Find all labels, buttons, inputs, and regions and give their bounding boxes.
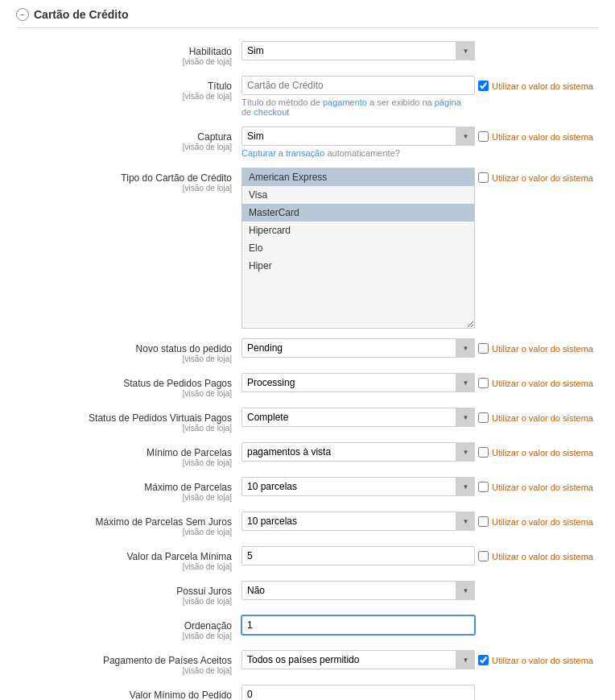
select-wrapper-minimo-parcelas: pagamentos à vista 2 parcelas 3 parcelas — [241, 442, 475, 462]
checkbox-col-habilitado — [470, 41, 599, 46]
row-pagamento-paises: Pagamento de Países Aceitos [visão de lo… — [16, 650, 599, 675]
text-input-valor-parcela-minima[interactable] — [241, 546, 475, 565]
label-tipo-cartao: Tipo do Cartão de Crédito [visão de loja… — [16, 168, 241, 193]
multiselect-tipo-cartao[interactable]: American Express Visa MasterCard Hiperca… — [241, 168, 475, 329]
select-wrapper-status-pagos: Pending Processing Complete Cancelled — [241, 373, 475, 392]
checkbox-pagamento-paises[interactable] — [478, 655, 489, 665]
list-item[interactable]: Hipercard — [242, 222, 474, 239]
row-tipo-cartao: Tipo do Cartão de Crédito [visão de loja… — [16, 168, 599, 329]
label-valor-parcela-minima: Valor da Parcela Mínima [visão de loja] — [16, 546, 241, 571]
use-system-valor-parcela-minima[interactable]: Utilizar o valor do sistema — [478, 551, 593, 561]
use-system-maximo-parcelas[interactable]: Utilizar o valor do sistema — [478, 482, 593, 492]
checkbox-status-pagos[interactable] — [478, 378, 489, 388]
use-system-status-pagos[interactable]: Utilizar o valor do sistema — [478, 378, 593, 388]
checkbox-col-captura: Utilizar o valor do sistema — [470, 126, 599, 142]
checkbox-maximo-sem-juros[interactable] — [478, 516, 489, 527]
select-pagamento-paises[interactable]: Todos os países permitido — [241, 650, 475, 669]
select-status-pagos[interactable]: Pending Processing Complete Cancelled — [241, 373, 475, 392]
hint-captura: Capturar a transação automaticamente? — [241, 148, 470, 158]
checkbox-col-status-pagos: Utilizar o valor do sistema — [470, 373, 599, 388]
input-valor-parcela-minima — [241, 546, 470, 565]
use-system-maximo-sem-juros[interactable]: Utilizar o valor do sistema — [478, 516, 593, 527]
list-item[interactable]: Elo — [242, 239, 474, 257]
use-system-titulo[interactable]: Utilizar o valor do sistema — [478, 81, 593, 91]
select-possui-juros[interactable]: Sim Não — [241, 581, 475, 600]
use-system-tipo-cartao[interactable]: Utilizar o valor do sistema — [478, 172, 593, 183]
checkbox-col-valor-minimo — [470, 685, 599, 690]
checkbox-minimo-parcelas[interactable] — [478, 447, 489, 458]
use-system-pagamento-paises[interactable]: Utilizar o valor do sistema — [478, 655, 593, 665]
input-status-pagos: Pending Processing Complete Cancelled — [241, 373, 470, 392]
select-maximo-parcelas[interactable]: 1 parcela 2 parcelas 3 parcelas 10 parce… — [241, 477, 475, 496]
text-input-titulo[interactable] — [241, 76, 475, 95]
select-status-virtuais[interactable]: Pending Processing Complete Cancelled — [241, 408, 475, 427]
label-habilitado: Habilitado [visão de loja] — [16, 41, 241, 66]
row-valor-parcela-minima: Valor da Parcela Mínima [visão de loja] … — [16, 546, 599, 571]
label-maximo-parcelas: Máximo de Parcelas [visão de loja] — [16, 477, 241, 502]
label-status-virtuais: Status de Pedidos Virtuais Pagos [visão … — [16, 408, 241, 433]
label-minimo-parcelas: Mínimo de Parcelas [visão de loja] — [16, 442, 241, 467]
row-valor-minimo: Valor Mínimo do Pedido [visão de loja] S… — [16, 685, 599, 700]
checkbox-col-ordenacao — [470, 615, 599, 620]
input-habilitado: Sim Não — [241, 41, 470, 60]
row-habilitado: Habilitado [visão de loja] Sim Não — [16, 41, 599, 66]
select-wrapper-habilitado: Sim Não — [241, 41, 475, 60]
label-status-pagos: Status de Pedidos Pagos [visão de loja] — [16, 373, 241, 398]
checkbox-status-virtuais[interactable] — [478, 412, 489, 423]
input-status-virtuais: Pending Processing Complete Cancelled — [241, 408, 470, 427]
select-novo-status[interactable]: Pending Processing Complete Cancelled — [241, 338, 475, 358]
checkbox-col-possui-juros — [470, 581, 599, 586]
label-ordenacao: Ordenação [visão de loja] — [16, 615, 241, 640]
row-minimo-parcelas: Mínimo de Parcelas [visão de loja] pagam… — [16, 442, 599, 467]
checkbox-tipo-cartao[interactable] — [478, 172, 489, 183]
section-header: − Cartão de Crédito — [16, 8, 599, 28]
input-tipo-cartao: American Express Visa MasterCard Hiperca… — [241, 168, 470, 329]
label-pagamento-paises: Pagamento de Países Aceitos [visão de lo… — [16, 650, 241, 675]
select-wrapper-possui-juros: Sim Não — [241, 581, 475, 600]
label-novo-status: Novo status do pedido [visão de loja] — [16, 338, 241, 363]
checkbox-maximo-parcelas[interactable] — [478, 482, 489, 492]
row-status-pagos: Status de Pedidos Pagos [visão de loja] … — [16, 373, 599, 398]
row-titulo: Título [visão de loja] Título do método … — [16, 76, 599, 117]
text-input-valor-minimo[interactable] — [241, 685, 475, 700]
use-system-captura[interactable]: Utilizar o valor do sistema — [478, 131, 593, 142]
checkbox-col-maximo-parcelas: Utilizar o valor do sistema — [470, 477, 599, 492]
row-captura: Captura [visão de loja] Sim Não Capturar… — [16, 126, 599, 158]
collapse-icon[interactable]: − — [16, 8, 29, 21]
label-possui-juros: Possui Juros [visão de loja] — [16, 581, 241, 606]
list-item[interactable]: MasterCard — [242, 204, 474, 222]
text-input-ordenacao[interactable] — [241, 615, 475, 635]
checkbox-titulo[interactable] — [478, 81, 489, 91]
checkbox-col-minimo-parcelas: Utilizar o valor do sistema — [470, 442, 599, 458]
use-system-status-virtuais[interactable]: Utilizar o valor do sistema — [478, 412, 593, 423]
select-wrapper-novo-status: Pending Processing Complete Cancelled — [241, 338, 475, 358]
page-container: − Cartão de Crédito Habilitado [visão de… — [0, 0, 615, 700]
select-wrapper-maximo-parcelas: 1 parcela 2 parcelas 3 parcelas 10 parce… — [241, 477, 475, 496]
hint-titulo: Título do método de pagamento a ser exib… — [241, 97, 470, 117]
select-minimo-parcelas[interactable]: pagamentos à vista 2 parcelas 3 parcelas — [241, 442, 475, 462]
select-habilitado[interactable]: Sim Não — [241, 41, 475, 60]
section-title: Cartão de Crédito — [34, 8, 128, 21]
label-maximo-sem-juros: Máximo de Parcelas Sem Juros [visão de l… — [16, 512, 241, 536]
input-titulo: Título do método de pagamento a ser exib… — [241, 76, 470, 117]
select-wrapper-status-virtuais: Pending Processing Complete Cancelled — [241, 408, 475, 427]
list-item[interactable]: Visa — [242, 186, 474, 204]
checkbox-novo-status[interactable] — [478, 343, 489, 354]
select-maximo-sem-juros[interactable]: 1 parcela 2 parcelas 10 parcelas — [241, 512, 475, 531]
select-captura[interactable]: Sim Não — [241, 126, 475, 146]
label-titulo: Título [visão de loja] — [16, 76, 241, 101]
select-wrapper-maximo-sem-juros: 1 parcela 2 parcelas 10 parcelas — [241, 512, 475, 531]
list-item[interactable]: American Express — [242, 168, 474, 186]
use-system-minimo-parcelas[interactable]: Utilizar o valor do sistema — [478, 447, 593, 458]
checkbox-captura[interactable] — [478, 131, 489, 142]
use-system-novo-status[interactable]: Utilizar o valor do sistema — [478, 343, 593, 354]
list-item[interactable]: Hiper — [242, 257, 474, 275]
checkbox-col-status-virtuais: Utilizar o valor do sistema — [470, 408, 599, 423]
input-valor-minimo: Somente pedidos com um valor maior que e… — [241, 685, 470, 700]
input-captura: Sim Não Capturar a transação automaticam… — [241, 126, 470, 158]
label-captura: Captura [visão de loja] — [16, 126, 241, 151]
checkbox-valor-parcela-minima[interactable] — [478, 551, 489, 561]
input-pagamento-paises: Todos os países permitido — [241, 650, 470, 669]
row-novo-status: Novo status do pedido [visão de loja] Pe… — [16, 338, 599, 363]
input-ordenacao — [241, 615, 470, 635]
